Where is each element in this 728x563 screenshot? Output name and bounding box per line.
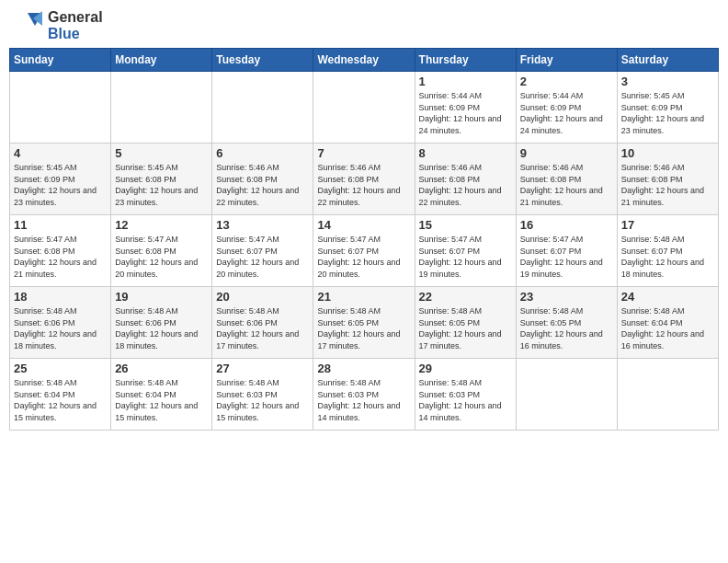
day-number: 16 bbox=[520, 218, 613, 232]
day-number: 28 bbox=[317, 362, 410, 375]
logo-blue: Blue bbox=[48, 26, 103, 42]
week-row-4: 18Sunrise: 5:48 AM Sunset: 6:06 PM Dayli… bbox=[10, 287, 719, 359]
day-cell: 7Sunrise: 5:46 AM Sunset: 6:08 PM Daylig… bbox=[313, 144, 415, 215]
day-cell: 20Sunrise: 5:48 AM Sunset: 6:06 PM Dayli… bbox=[212, 287, 313, 359]
day-cell: 26Sunrise: 5:48 AM Sunset: 6:04 PM Dayli… bbox=[111, 359, 212, 431]
weekday-header-thursday: Thursday bbox=[415, 49, 516, 72]
day-number: 9 bbox=[520, 146, 613, 160]
day-cell: 5Sunrise: 5:45 AM Sunset: 6:08 PM Daylig… bbox=[111, 144, 212, 215]
day-cell bbox=[617, 359, 718, 431]
calendar-table: SundayMondayTuesdayWednesdayThursdayFrid… bbox=[9, 48, 719, 431]
calendar-page: GeneralBlue SundayMondayTuesdayWednesday… bbox=[0, 0, 728, 563]
day-number: 23 bbox=[520, 290, 613, 304]
day-number: 21 bbox=[317, 290, 410, 304]
day-number: 7 bbox=[317, 146, 410, 160]
day-info: Sunrise: 5:46 AM Sunset: 6:08 PM Dayligh… bbox=[621, 162, 714, 208]
day-number: 11 bbox=[14, 218, 107, 232]
day-cell: 24Sunrise: 5:48 AM Sunset: 6:04 PM Dayli… bbox=[617, 287, 718, 359]
weekday-header-wednesday: Wednesday bbox=[313, 49, 415, 72]
week-row-3: 11Sunrise: 5:47 AM Sunset: 6:08 PM Dayli… bbox=[10, 215, 719, 287]
weekday-header-saturday: Saturday bbox=[617, 49, 718, 72]
day-number: 12 bbox=[115, 218, 208, 232]
day-number: 25 bbox=[14, 362, 107, 375]
day-number: 24 bbox=[621, 290, 714, 304]
day-cell: 8Sunrise: 5:46 AM Sunset: 6:08 PM Daylig… bbox=[415, 144, 516, 215]
logo: GeneralBlue bbox=[9, 9, 103, 42]
day-info: Sunrise: 5:45 AM Sunset: 6:09 PM Dayligh… bbox=[14, 162, 107, 208]
day-cell bbox=[313, 72, 415, 144]
day-cell: 22Sunrise: 5:48 AM Sunset: 6:05 PM Dayli… bbox=[415, 287, 516, 359]
day-cell: 23Sunrise: 5:48 AM Sunset: 6:05 PM Dayli… bbox=[516, 287, 617, 359]
weekday-header-tuesday: Tuesday bbox=[212, 49, 313, 72]
day-info: Sunrise: 5:46 AM Sunset: 6:08 PM Dayligh… bbox=[216, 162, 309, 208]
day-number: 20 bbox=[216, 290, 309, 304]
day-cell: 6Sunrise: 5:46 AM Sunset: 6:08 PM Daylig… bbox=[212, 144, 313, 215]
day-number: 8 bbox=[419, 146, 512, 160]
day-number: 4 bbox=[14, 146, 107, 160]
day-info: Sunrise: 5:48 AM Sunset: 6:03 PM Dayligh… bbox=[317, 377, 410, 423]
header: GeneralBlue bbox=[9, 9, 719, 42]
day-info: Sunrise: 5:44 AM Sunset: 6:09 PM Dayligh… bbox=[520, 90, 613, 136]
day-number: 29 bbox=[419, 362, 512, 375]
day-info: Sunrise: 5:48 AM Sunset: 6:04 PM Dayligh… bbox=[621, 305, 714, 351]
day-cell: 2Sunrise: 5:44 AM Sunset: 6:09 PM Daylig… bbox=[516, 72, 617, 144]
day-number: 1 bbox=[419, 75, 512, 88]
day-info: Sunrise: 5:47 AM Sunset: 6:07 PM Dayligh… bbox=[317, 234, 410, 280]
day-number: 5 bbox=[115, 146, 208, 160]
day-cell: 4Sunrise: 5:45 AM Sunset: 6:09 PM Daylig… bbox=[10, 144, 111, 215]
day-cell: 10Sunrise: 5:46 AM Sunset: 6:08 PM Dayli… bbox=[617, 144, 718, 215]
day-cell: 12Sunrise: 5:47 AM Sunset: 6:08 PM Dayli… bbox=[111, 215, 212, 287]
calendar-header-row: SundayMondayTuesdayWednesdayThursdayFrid… bbox=[10, 49, 719, 72]
day-cell: 13Sunrise: 5:47 AM Sunset: 6:07 PM Dayli… bbox=[212, 215, 313, 287]
day-cell: 14Sunrise: 5:47 AM Sunset: 6:07 PM Dayli… bbox=[313, 215, 415, 287]
day-info: Sunrise: 5:48 AM Sunset: 6:05 PM Dayligh… bbox=[520, 305, 613, 351]
day-info: Sunrise: 5:47 AM Sunset: 6:07 PM Dayligh… bbox=[520, 234, 613, 280]
day-number: 22 bbox=[419, 290, 512, 304]
day-number: 15 bbox=[419, 218, 512, 232]
day-cell: 19Sunrise: 5:48 AM Sunset: 6:06 PM Dayli… bbox=[111, 287, 212, 359]
day-info: Sunrise: 5:48 AM Sunset: 6:06 PM Dayligh… bbox=[216, 305, 309, 351]
day-info: Sunrise: 5:44 AM Sunset: 6:09 PM Dayligh… bbox=[419, 90, 512, 136]
day-info: Sunrise: 5:45 AM Sunset: 6:08 PM Dayligh… bbox=[115, 162, 208, 208]
logo-svg bbox=[9, 9, 42, 42]
day-info: Sunrise: 5:45 AM Sunset: 6:09 PM Dayligh… bbox=[621, 90, 714, 136]
day-info: Sunrise: 5:47 AM Sunset: 6:07 PM Dayligh… bbox=[216, 234, 309, 280]
day-cell: 17Sunrise: 5:48 AM Sunset: 6:07 PM Dayli… bbox=[617, 215, 718, 287]
day-info: Sunrise: 5:48 AM Sunset: 6:03 PM Dayligh… bbox=[216, 377, 309, 423]
day-cell bbox=[10, 72, 111, 144]
day-number: 14 bbox=[317, 218, 410, 232]
week-row-1: 1Sunrise: 5:44 AM Sunset: 6:09 PM Daylig… bbox=[10, 72, 719, 144]
day-number: 27 bbox=[216, 362, 309, 375]
day-cell: 11Sunrise: 5:47 AM Sunset: 6:08 PM Dayli… bbox=[10, 215, 111, 287]
day-cell: 25Sunrise: 5:48 AM Sunset: 6:04 PM Dayli… bbox=[10, 359, 111, 431]
day-cell: 28Sunrise: 5:48 AM Sunset: 6:03 PM Dayli… bbox=[313, 359, 415, 431]
day-number: 2 bbox=[520, 75, 613, 88]
day-cell bbox=[516, 359, 617, 431]
day-number: 26 bbox=[115, 362, 208, 375]
day-cell: 3Sunrise: 5:45 AM Sunset: 6:09 PM Daylig… bbox=[617, 72, 718, 144]
day-number: 10 bbox=[621, 146, 714, 160]
day-cell: 27Sunrise: 5:48 AM Sunset: 6:03 PM Dayli… bbox=[212, 359, 313, 431]
day-info: Sunrise: 5:46 AM Sunset: 6:08 PM Dayligh… bbox=[317, 162, 410, 208]
day-info: Sunrise: 5:48 AM Sunset: 6:04 PM Dayligh… bbox=[115, 377, 208, 423]
day-cell: 9Sunrise: 5:46 AM Sunset: 6:08 PM Daylig… bbox=[516, 144, 617, 215]
week-row-2: 4Sunrise: 5:45 AM Sunset: 6:09 PM Daylig… bbox=[10, 144, 719, 215]
day-info: Sunrise: 5:46 AM Sunset: 6:08 PM Dayligh… bbox=[520, 162, 613, 208]
weekday-header-friday: Friday bbox=[516, 49, 617, 72]
day-cell: 29Sunrise: 5:48 AM Sunset: 6:03 PM Dayli… bbox=[415, 359, 516, 431]
day-number: 6 bbox=[216, 146, 309, 160]
day-info: Sunrise: 5:48 AM Sunset: 6:06 PM Dayligh… bbox=[14, 305, 107, 351]
day-info: Sunrise: 5:48 AM Sunset: 6:05 PM Dayligh… bbox=[317, 305, 410, 351]
day-info: Sunrise: 5:48 AM Sunset: 6:07 PM Dayligh… bbox=[621, 234, 714, 280]
day-number: 17 bbox=[621, 218, 714, 232]
weekday-header-sunday: Sunday bbox=[10, 49, 111, 72]
day-number: 3 bbox=[621, 75, 714, 88]
day-info: Sunrise: 5:47 AM Sunset: 6:07 PM Dayligh… bbox=[419, 234, 512, 280]
day-number: 18 bbox=[14, 290, 107, 304]
day-info: Sunrise: 5:48 AM Sunset: 6:06 PM Dayligh… bbox=[115, 305, 208, 351]
day-number: 13 bbox=[216, 218, 309, 232]
day-cell: 21Sunrise: 5:48 AM Sunset: 6:05 PM Dayli… bbox=[313, 287, 415, 359]
day-cell: 15Sunrise: 5:47 AM Sunset: 6:07 PM Dayli… bbox=[415, 215, 516, 287]
day-info: Sunrise: 5:48 AM Sunset: 6:04 PM Dayligh… bbox=[14, 377, 107, 423]
day-info: Sunrise: 5:46 AM Sunset: 6:08 PM Dayligh… bbox=[419, 162, 512, 208]
